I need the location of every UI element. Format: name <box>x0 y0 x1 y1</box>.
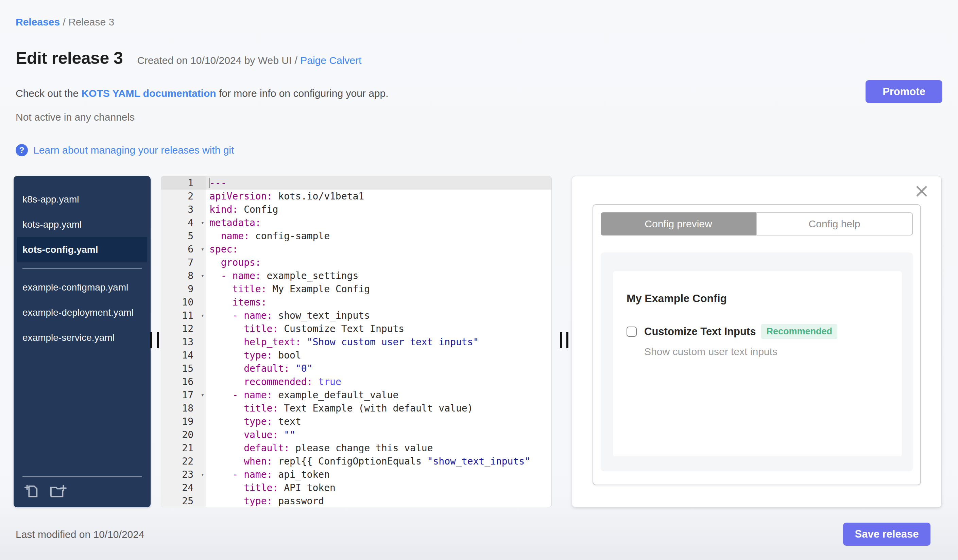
sidebar-file-kots-app.yaml[interactable]: kots-app.yaml <box>14 212 151 237</box>
kots-yaml-doc-link[interactable]: KOTS YAML documentation <box>81 88 216 99</box>
editor-gutter-2: 2 <box>161 190 206 203</box>
editor-gutter-12: 12 <box>161 322 206 335</box>
fold-arrow-icon[interactable]: ▾ <box>201 468 204 481</box>
editor-line-21[interactable]: 21 default: please change this value <box>161 441 551 455</box>
editor-code-17: - name: example_default_value <box>206 388 551 402</box>
file-sidebar: k8s-app.yamlkots-app.yamlkots-config.yam… <box>14 176 151 507</box>
fold-arrow-icon[interactable]: ▾ <box>201 269 204 282</box>
editor-line-4[interactable]: 4▾metadata: <box>161 216 551 229</box>
editor-code-22: when: repl{{ ConfigOptionEquals "show_te… <box>206 455 551 468</box>
config-group-title: My Example Config <box>627 292 888 305</box>
config-preview-card: Config preview Config help My Example Co… <box>593 204 921 485</box>
editor-line-18[interactable]: 18 title: Text Example (with default val… <box>161 402 551 415</box>
editor-code-12: title: Customize Text Inputs <box>206 322 551 335</box>
editor-line-8[interactable]: 8▾ - name: example_settings <box>161 269 551 282</box>
editor-code-10: items: <box>206 296 551 309</box>
tab-config-preview[interactable]: Config preview <box>601 212 756 236</box>
author-link[interactable]: Paige Calvert <box>300 55 362 66</box>
editor-line-10[interactable]: 10 items: <box>161 296 551 309</box>
sidebar-file-example-service.yaml[interactable]: example-service.yaml <box>14 325 151 350</box>
fold-arrow-icon[interactable]: ▾ <box>201 216 204 229</box>
doc-line-prefix: Check out the <box>16 88 81 99</box>
config-group-card: My Example Config Customize Text Inputs … <box>613 271 902 456</box>
created-on-prefix: Created on 10/10/2024 by Web UI / <box>137 55 300 66</box>
editor-line-13[interactable]: 13 help_text: "Show custom user text inp… <box>161 335 551 349</box>
editor-code-2: apiVersion: kots.io/v1beta1 <box>206 190 551 203</box>
sidebar-file-k8s-app.yaml[interactable]: k8s-app.yaml <box>14 187 151 212</box>
close-icon[interactable] <box>914 184 929 199</box>
editor-line-6[interactable]: 6▾spec: <box>161 243 551 256</box>
fold-arrow-icon[interactable]: ▾ <box>201 309 204 322</box>
editor-gutter-3: 3 <box>161 203 206 216</box>
editor-line-15[interactable]: 15 default: "0" <box>161 362 551 375</box>
last-modified-text: Last modified on 10/10/2024 <box>16 529 144 540</box>
sidebar-resize-handle[interactable] <box>150 332 162 348</box>
fold-arrow-icon[interactable]: ▾ <box>201 388 204 402</box>
editor-line-22[interactable]: 22 when: repl{{ ConfigOptionEquals "show… <box>161 455 551 468</box>
editor-gutter-21: 21 <box>161 441 206 455</box>
editor-resize-handle[interactable] <box>560 332 571 348</box>
yaml-editor[interactable]: 1---2apiVersion: kots.io/v1beta13kind: C… <box>161 176 552 507</box>
editor-gutter-15: 15 <box>161 362 206 375</box>
breadcrumb-current: Release 3 <box>68 16 114 27</box>
editor-line-25[interactable]: 25 type: password <box>161 494 551 507</box>
editor-code-18: title: Text Example (with default value) <box>206 402 551 415</box>
sidebar-file-example-deployment.yaml[interactable]: example-deployment.yaml <box>14 300 151 325</box>
editor-line-14[interactable]: 14 type: bool <box>161 349 551 362</box>
editor-line-16[interactable]: 16 recommended: true <box>161 375 551 388</box>
editor-line-11[interactable]: 11▾ - name: show_text_inputs <box>161 309 551 322</box>
config-item-help-text: Show custom user text inputs <box>627 346 888 358</box>
editor-line-24[interactable]: 24 title: API token <box>161 481 551 494</box>
editor-code-13: help_text: "Show custom user text inputs… <box>206 335 551 349</box>
editor-gutter-16: 16 <box>161 375 206 388</box>
fold-arrow-icon[interactable]: ▾ <box>201 243 204 256</box>
promote-button[interactable]: Promote <box>866 80 942 103</box>
git-help-row: ? Learn about managing your releases wit… <box>16 144 234 156</box>
editor-code-24: title: API token <box>206 481 551 494</box>
editor-gutter-23: 23▾ <box>161 468 206 481</box>
sidebar-file-example-configmap.yaml[interactable]: example-configmap.yaml <box>14 275 151 300</box>
editor-code-19: type: text <box>206 415 551 428</box>
editor-gutter-5: 5 <box>161 229 206 243</box>
save-release-button[interactable]: Save release <box>843 523 931 546</box>
config-preview-area: My Example Config Customize Text Inputs … <box>601 253 913 471</box>
editor-line-17[interactable]: 17▾ - name: example_default_value <box>161 388 551 402</box>
breadcrumb: Releases / Release 3 <box>16 16 114 28</box>
editor-gutter-9: 9 <box>161 282 206 296</box>
editor-line-5[interactable]: 5 name: config-sample <box>161 229 551 243</box>
editor-gutter-20: 20 <box>161 428 206 441</box>
editor-code-1: --- <box>206 176 551 190</box>
editor-code-8: - name: example_settings <box>206 269 551 282</box>
editor-gutter-25: 25 <box>161 494 206 507</box>
breadcrumb-releases-link[interactable]: Releases <box>16 16 60 27</box>
add-folder-icon[interactable] <box>50 484 67 499</box>
editor-code-5: name: config-sample <box>206 229 551 243</box>
doc-line-suffix: for more info on configuring your app. <box>216 88 389 99</box>
tab-config-help[interactable]: Config help <box>756 212 913 236</box>
editor-code-11: - name: show_text_inputs <box>206 309 551 322</box>
editor-line-1[interactable]: 1--- <box>161 176 551 190</box>
editor-line-20[interactable]: 20 value: "" <box>161 428 551 441</box>
editor-code-14: type: bool <box>206 349 551 362</box>
editor-line-19[interactable]: 19 type: text <box>161 415 551 428</box>
editor-line-12[interactable]: 12 title: Customize Text Inputs <box>161 322 551 335</box>
sidebar-bottom <box>14 470 151 507</box>
config-item-checkbox[interactable] <box>627 327 637 337</box>
editor-gutter-7: 7 <box>161 256 206 269</box>
question-circle-icon[interactable]: ? <box>16 144 28 156</box>
editor-line-9[interactable]: 9 title: My Example Config <box>161 282 551 296</box>
config-preview-panel: Config preview Config help My Example Co… <box>572 176 942 507</box>
page-title: Edit release 3 <box>16 48 123 68</box>
config-item-label: Customize Text Inputs <box>644 326 756 338</box>
add-file-icon[interactable] <box>24 484 40 499</box>
editor-line-3[interactable]: 3kind: Config <box>161 203 551 216</box>
git-releases-link[interactable]: Learn about managing your releases with … <box>33 144 234 156</box>
recommended-badge: Recommended <box>761 324 837 339</box>
editor-code-21: default: please change this value <box>206 441 551 455</box>
sidebar-file-kots-config.yaml[interactable]: kots-config.yaml <box>17 237 147 262</box>
editor-gutter-11: 11▾ <box>161 309 206 322</box>
editor-line-7[interactable]: 7 groups: <box>161 256 551 269</box>
doc-line: Check out the KOTS YAML documentation fo… <box>16 88 389 99</box>
editor-line-23[interactable]: 23▾ - name: api_token <box>161 468 551 481</box>
editor-line-2[interactable]: 2apiVersion: kots.io/v1beta1 <box>161 190 551 203</box>
